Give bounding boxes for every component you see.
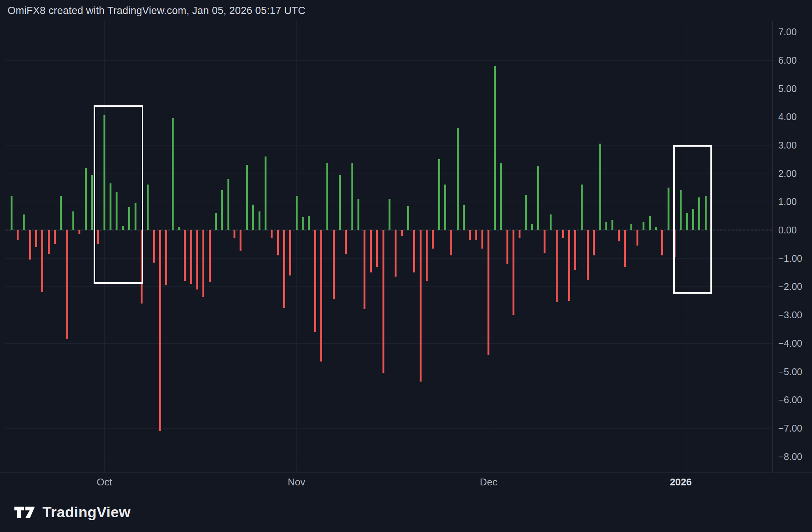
bar (494, 66, 496, 230)
price-axis[interactable]: 7.006.005.004.003.002.001.000.00−1.00−2.… (772, 21, 812, 472)
bar (469, 230, 471, 240)
y-tick-label[interactable]: −6.00 (778, 394, 802, 405)
highlight-box[interactable] (94, 105, 143, 284)
time-axis[interactable]: OctNovDec2026 (0, 473, 812, 492)
tradingview-brand[interactable]: TradingView (42, 504, 130, 521)
horizontal-gridline (5, 315, 772, 315)
bar (438, 159, 440, 230)
x-tick-label[interactable]: 2026 (670, 476, 692, 488)
bar (165, 230, 167, 285)
bar (259, 211, 260, 230)
bar (537, 166, 539, 230)
bar (221, 190, 223, 230)
y-tick-label[interactable]: 5.00 (778, 83, 797, 94)
bar (289, 230, 291, 275)
bar (314, 230, 316, 332)
horizontal-gridline (5, 400, 772, 400)
bar (364, 230, 365, 309)
y-tick-label[interactable]: 3.00 (778, 139, 797, 151)
y-tick-label[interactable]: 2.00 (778, 168, 797, 179)
bar (159, 230, 161, 431)
bar (630, 224, 632, 230)
horizontal-gridline (5, 428, 772, 429)
bar (333, 230, 335, 299)
bar (326, 163, 328, 230)
bar (444, 185, 446, 230)
bar (488, 230, 489, 355)
y-tick-label[interactable]: 6.00 (778, 55, 797, 66)
bar (401, 230, 403, 236)
bar (246, 165, 248, 230)
bar (407, 206, 409, 230)
y-tick-label[interactable]: 1.00 (778, 196, 797, 207)
bar (172, 118, 174, 230)
bar (432, 230, 434, 249)
bar (624, 230, 626, 267)
horizontal-gridline (5, 457, 772, 457)
bar (420, 230, 422, 382)
bar (17, 230, 19, 240)
tradingview-logo-icon[interactable] (14, 505, 36, 519)
month-gridline (296, 21, 297, 472)
y-tick-label[interactable]: −2.00 (778, 281, 802, 292)
bar (302, 217, 304, 230)
bar (556, 230, 558, 302)
y-tick-label[interactable]: 4.00 (778, 111, 797, 122)
chart-attribution-title: OmiFX8 created with TradingView.com, Jan… (8, 5, 306, 17)
bar (271, 230, 273, 238)
bar (593, 230, 595, 255)
bar (506, 230, 508, 264)
bar (85, 168, 87, 230)
y-tick-label[interactable]: −7.00 (778, 422, 802, 434)
bar (66, 230, 68, 339)
footer: TradingView (0, 492, 812, 532)
y-tick-label[interactable]: −4.00 (778, 338, 802, 349)
bar (252, 205, 254, 230)
bar (370, 230, 372, 272)
x-tick-label[interactable]: Dec (480, 476, 497, 488)
bar (450, 230, 452, 255)
bar (475, 230, 477, 240)
bar (562, 230, 564, 238)
bar (395, 230, 397, 277)
bar (60, 196, 62, 230)
chart-pane[interactable] (5, 21, 772, 472)
bar (184, 230, 186, 281)
bar (581, 185, 583, 230)
y-tick-label[interactable]: −3.00 (778, 309, 802, 321)
bar (550, 214, 552, 230)
bar (500, 163, 502, 230)
bar (351, 163, 353, 230)
bar (320, 230, 322, 361)
bar (227, 179, 229, 230)
y-tick-label[interactable]: −1.00 (778, 253, 802, 264)
bar (345, 230, 347, 254)
tradingview-chart-screenshot: OmiFX8 created with TradingView.com, Jan… (0, 0, 812, 532)
bar (668, 188, 669, 230)
bar (196, 230, 198, 289)
bar (308, 216, 310, 230)
bar (481, 230, 483, 249)
bar (35, 230, 37, 247)
y-tick-label[interactable]: −8.00 (778, 451, 802, 462)
bar (277, 230, 279, 255)
bar (611, 220, 613, 230)
chart-row: 7.006.005.004.003.002.001.000.00−1.00−2.… (0, 21, 812, 473)
bar (54, 230, 56, 244)
bar (513, 230, 514, 315)
bar (463, 205, 465, 230)
bar (636, 230, 638, 246)
x-tick-label[interactable]: Oct (97, 476, 112, 488)
bar (78, 230, 80, 234)
y-tick-label[interactable]: 7.00 (778, 26, 797, 38)
chart-header: OmiFX8 created with TradingView.com, Jan… (0, 0, 812, 21)
x-tick-label[interactable]: Nov (288, 476, 305, 488)
horizontal-gridline (5, 343, 772, 344)
bar (265, 156, 266, 230)
bar (215, 213, 217, 230)
horizontal-gridline (5, 372, 772, 372)
highlight-box[interactable] (673, 145, 712, 294)
bar (48, 230, 50, 254)
y-tick-label[interactable]: −5.00 (778, 366, 802, 377)
y-tick-label[interactable]: 0.00 (778, 224, 797, 236)
